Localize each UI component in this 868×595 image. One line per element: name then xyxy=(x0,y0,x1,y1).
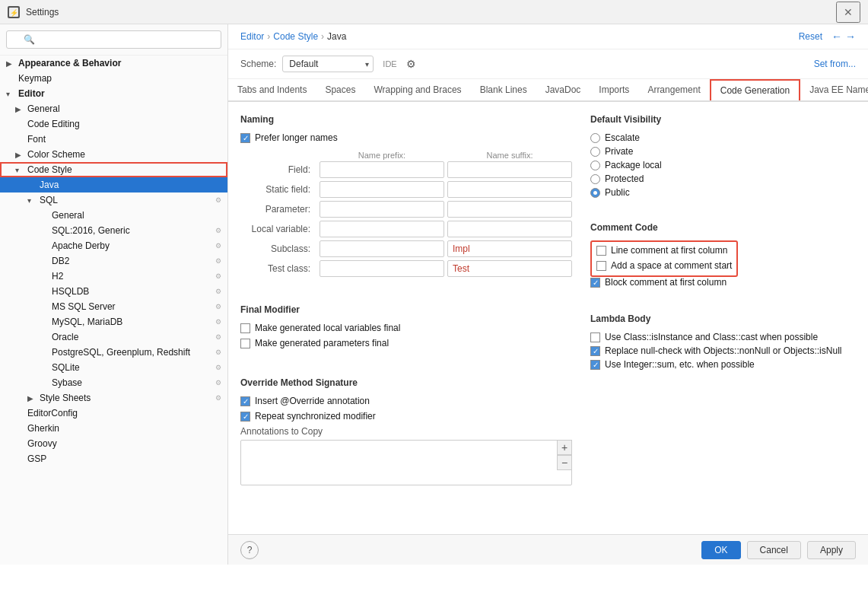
close-button[interactable]: ✕ xyxy=(836,2,860,23)
lambda-cb-2[interactable]: ✓ xyxy=(590,360,600,370)
sidebar-item-apache-derby[interactable]: Apache Derby⚙ xyxy=(0,238,227,253)
breadcrumb-codestyle[interactable]: Code Style xyxy=(273,31,318,42)
set-from-link[interactable]: Set from... xyxy=(814,59,856,69)
cancel-button[interactable]: Cancel xyxy=(747,541,801,559)
naming-prefix-0[interactable] xyxy=(320,161,444,178)
sidebar-item-appearance[interactable]: ▶Appearance & Behavior xyxy=(0,56,227,71)
scheme-gear-button[interactable]: ⚙ xyxy=(403,56,419,72)
naming-suffix-1[interactable] xyxy=(447,181,572,198)
sidebar-item-hsqldb[interactable]: HSQLDB⚙ xyxy=(0,284,227,299)
sidebar-item-sybase[interactable]: Sybase⚙ xyxy=(0,375,227,390)
comment-cb-1[interactable] xyxy=(596,261,606,271)
visibility-radio-1[interactable] xyxy=(590,147,600,157)
visibility-row-3[interactable]: Protected xyxy=(590,173,856,184)
visibility-row-2[interactable]: Package local xyxy=(590,160,856,170)
sidebar-item-h2[interactable]: H2⚙ xyxy=(0,269,227,284)
apply-button[interactable]: Apply xyxy=(807,541,856,559)
override-cb-1[interactable]: ✓ xyxy=(240,412,250,422)
sidebar-item-db2[interactable]: DB2⚙ xyxy=(0,253,227,269)
annotations-add-button[interactable]: + xyxy=(557,440,572,455)
naming-col-headers: Name prefix: Name suffix: xyxy=(240,151,572,160)
help-button[interactable]: ? xyxy=(240,541,259,559)
comment-cb-2[interactable]: ✓ xyxy=(590,278,600,288)
naming-suffix-4[interactable] xyxy=(447,240,572,257)
visibility-row-4[interactable]: Public xyxy=(590,187,856,198)
forward-button[interactable]: → xyxy=(845,30,856,43)
sidebar-item-groovy[interactable]: Groovy xyxy=(0,436,227,451)
lambda-cb-1[interactable]: ✓ xyxy=(590,346,600,356)
final-modifier-cb-1[interactable] xyxy=(240,339,250,348)
lambda-row-0[interactable]: Use Class::isInstance and Class::cast wh… xyxy=(590,332,856,342)
tab-arrangement[interactable]: Arrangement xyxy=(638,80,709,101)
breadcrumb-editor[interactable]: Editor xyxy=(240,31,264,42)
tab-tabs[interactable]: Tabs and Indents xyxy=(228,80,316,101)
comment-row-2[interactable]: ✓ Block comment at first column xyxy=(590,277,856,288)
sidebar-item-mysql[interactable]: MySQL, MariaDB⚙ xyxy=(0,314,227,329)
naming-suffix-5[interactable] xyxy=(447,260,572,277)
comment-row-0[interactable]: Line comment at first column xyxy=(596,245,732,256)
override-row-0[interactable]: ✓ Insert @Override annotation xyxy=(240,396,572,406)
tab-blank[interactable]: Blank Lines xyxy=(471,80,536,101)
comment-cb-0[interactable] xyxy=(596,246,606,256)
sidebar-item-gsp[interactable]: GSP xyxy=(0,451,227,466)
scheme-select[interactable]: Default Project xyxy=(282,56,374,72)
visibility-radio-4[interactable] xyxy=(590,188,600,198)
sidebar-item-editorconfig[interactable]: EditorConfig xyxy=(0,406,227,421)
back-button[interactable]: ← xyxy=(831,30,842,43)
sidebar-label-color-scheme: Color Scheme xyxy=(27,149,85,160)
comment-row-1[interactable]: Add a space at comment start xyxy=(596,260,732,271)
naming-suffix-3[interactable] xyxy=(447,221,572,237)
naming-prefix-2[interactable] xyxy=(320,201,444,218)
sidebar-item-gherkin[interactable]: Gherkin xyxy=(0,421,227,436)
final-modifier-row-0[interactable]: Make generated local variables final xyxy=(240,323,572,333)
sidebar-item-oracle[interactable]: Oracle⚙ xyxy=(0,329,227,345)
sidebar-item-java[interactable]: Java xyxy=(0,177,227,192)
sidebar-item-sql-2016[interactable]: SQL:2016, Generic⚙ xyxy=(0,223,227,238)
tab-javaee[interactable]: Java EE Names xyxy=(800,80,868,101)
visibility-row-1[interactable]: Private xyxy=(590,146,856,157)
lambda-row-1[interactable]: ✓ Replace null-check with Objects::nonNu… xyxy=(590,345,856,356)
override-cb-0[interactable]: ✓ xyxy=(240,396,250,406)
visibility-radio-0[interactable] xyxy=(590,133,600,143)
sidebar-item-general[interactable]: ▶General xyxy=(0,101,227,116)
search-input[interactable] xyxy=(6,30,221,49)
sidebar-item-editor[interactable]: ▾Editor xyxy=(0,86,227,101)
sidebar-item-code-editing[interactable]: Code Editing xyxy=(0,116,227,132)
final-modifier-label-1: Make generated parameters final xyxy=(255,338,389,348)
naming-suffix-2[interactable] xyxy=(447,201,572,218)
sidebar-item-style-sheets[interactable]: ▶Style Sheets⚙ xyxy=(0,390,227,406)
reset-button[interactable]: Reset xyxy=(799,31,822,42)
visibility-radio-2[interactable] xyxy=(590,161,600,170)
sidebar-item-postgres[interactable]: PostgreSQL, Greenplum, Redshift⚙ xyxy=(0,345,227,360)
visibility-row-0[interactable]: Escalate xyxy=(590,132,856,143)
lambda-row-2[interactable]: ✓ Use Integer::sum, etc. when possible xyxy=(590,359,856,370)
sidebar-item-font[interactable]: Font xyxy=(0,132,227,147)
naming-prefix-4[interactable] xyxy=(320,240,444,257)
prefer-longer-label[interactable]: ✓ Prefer longer names xyxy=(240,132,338,143)
final-modifier-cb-0[interactable] xyxy=(240,323,250,333)
final-modifier-row-1[interactable]: Make generated parameters final xyxy=(240,338,572,348)
override-row-1[interactable]: ✓ Repeat synchronized modifier xyxy=(240,411,572,422)
sidebar-item-keymap[interactable]: Keymap xyxy=(0,71,227,86)
naming-prefix-3[interactable] xyxy=(320,221,444,237)
tab-imports[interactable]: Imports xyxy=(590,80,638,101)
naming-prefix-1[interactable] xyxy=(320,181,444,198)
ok-button[interactable]: OK xyxy=(701,541,740,559)
sidebar-item-sql[interactable]: ▾SQL⚙ xyxy=(0,192,227,208)
sidebar-item-sql-general[interactable]: General xyxy=(0,208,227,223)
sidebar-item-color-scheme[interactable]: ▶Color Scheme xyxy=(0,147,227,162)
visibility-radio-3[interactable] xyxy=(590,174,600,184)
annotations-textarea[interactable] xyxy=(240,440,572,485)
tab-codegen[interactable]: Code Generation xyxy=(710,79,800,102)
tab-javadoc[interactable]: JavaDoc xyxy=(536,80,590,101)
sidebar-item-code-style[interactable]: ▾Code Style xyxy=(0,162,227,177)
sidebar-item-mssql[interactable]: MS SQL Server⚙ xyxy=(0,299,227,314)
prefer-longer-checkbox[interactable]: ✓ xyxy=(240,133,250,143)
sidebar-item-sqlite[interactable]: SQLite⚙ xyxy=(0,360,227,375)
tab-spaces[interactable]: Spaces xyxy=(316,80,364,101)
tab-wrapping[interactable]: Wrapping and Braces xyxy=(364,80,470,101)
annotations-remove-button[interactable]: − xyxy=(557,455,572,470)
naming-prefix-5[interactable] xyxy=(320,260,444,277)
lambda-cb-0[interactable] xyxy=(590,332,600,342)
naming-suffix-0[interactable] xyxy=(447,161,572,178)
